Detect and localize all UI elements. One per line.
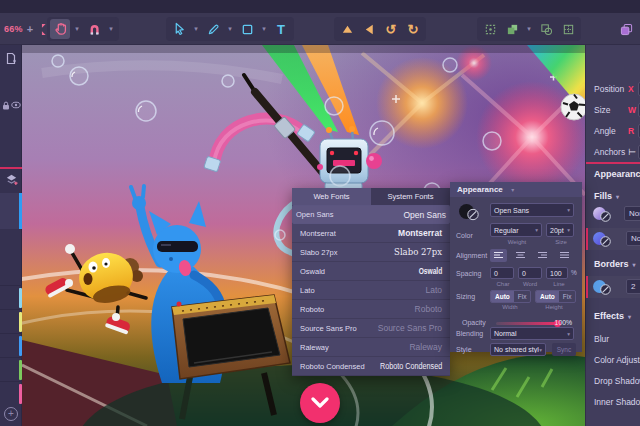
- align-justify-button[interactable]: [556, 249, 573, 262]
- font-option-open-sans[interactable]: Open Sans Open Sans: [292, 205, 450, 224]
- fill-row[interactable]: Normal: [586, 203, 640, 225]
- style-label: Style: [456, 346, 472, 353]
- add-item-button[interactable]: +: [4, 407, 18, 421]
- font-weight-select[interactable]: Regular ▾: [490, 223, 542, 237]
- borders-section-header[interactable]: Borders▾: [594, 259, 636, 269]
- border-color-swatch[interactable]: [592, 279, 612, 295]
- flip-horizontal-button[interactable]: [359, 19, 379, 39]
- selected-layer-row[interactable]: [0, 193, 22, 229]
- chevron-down-icon[interactable]: ▾: [191, 25, 201, 33]
- scroll-down-button[interactable]: [300, 383, 340, 423]
- fill-blend-select[interactable]: Normal: [626, 231, 640, 246]
- rotate-cw-button[interactable]: ↻: [403, 19, 423, 39]
- color-label: Color: [456, 232, 473, 239]
- char-spacing-input[interactable]: 0: [490, 267, 514, 279]
- align-right-button[interactable]: [534, 249, 551, 262]
- font-size-select[interactable]: 20pt ▾: [546, 223, 574, 237]
- chevron-down-icon[interactable]: ▾: [259, 25, 269, 33]
- chevron-down-icon[interactable]: ▾: [72, 25, 82, 33]
- style-select[interactable]: No shared styles ▾: [490, 343, 546, 356]
- word-spacing-input[interactable]: 0: [518, 267, 542, 279]
- height-auto-option[interactable]: Auto: [536, 291, 559, 302]
- rectangle-tool-button[interactable]: [237, 19, 257, 39]
- effects-section-header[interactable]: Effects▾: [594, 311, 631, 321]
- font-option-roboto[interactable]: Roboto Roboto: [292, 300, 450, 319]
- align-justify-icon: [559, 251, 570, 260]
- font-option-source-sans-pro[interactable]: Source Sans Pro Source Sans Pro: [292, 319, 450, 338]
- text-color-swatch[interactable]: [458, 203, 480, 223]
- font-option-oswald[interactable]: Oswald Oswald: [292, 262, 450, 281]
- effect-item-inner-shadow[interactable]: Inner Shadow: [586, 392, 640, 412]
- pen-tool-button[interactable]: [203, 19, 223, 39]
- transform-selection-button[interactable]: [480, 19, 500, 39]
- flip-horizontal-icon: [363, 23, 376, 36]
- text-appearance-popup: Appearance ▾ Color Open Sans ▾ Regular ▾…: [450, 182, 582, 352]
- chevron-down-icon[interactable]: ▾: [106, 25, 116, 33]
- zoom-in-button[interactable]: +: [27, 23, 33, 35]
- zoom-level[interactable]: 66%: [4, 24, 23, 34]
- height-fix-option[interactable]: Fix: [559, 291, 576, 302]
- width-auto-option[interactable]: Auto: [491, 291, 514, 302]
- chevron-down-icon: ▾: [535, 227, 538, 233]
- size-w-label: W: [628, 105, 636, 115]
- height-sizing-toggle[interactable]: Auto Fix: [535, 290, 576, 303]
- effect-item-drop-shadow[interactable]: Drop Shadow: [586, 371, 640, 391]
- flip-vertical-button[interactable]: [337, 19, 357, 39]
- fill-row-selected[interactable]: Normal: [586, 228, 640, 250]
- fill-blend-select[interactable]: Normal: [624, 206, 640, 221]
- angle-r-label: R: [628, 126, 634, 136]
- anchors-icon[interactable]: ⊢: [628, 147, 636, 157]
- anchors-row: Anchors ⊢: [586, 142, 640, 162]
- layer-row[interactable]: [0, 285, 22, 309]
- weight-sublabel: Weight: [502, 239, 532, 245]
- width-sizing-toggle[interactable]: Auto Fix: [490, 290, 531, 303]
- group-objects-button[interactable]: [502, 19, 522, 39]
- layer-row[interactable]: [0, 309, 22, 333]
- sync-style-button[interactable]: Sync: [552, 343, 576, 356]
- chevron-down-icon: ▾: [508, 186, 518, 193]
- opacity-slider[interactable]: [496, 322, 558, 325]
- appearance-popup-header[interactable]: Appearance ▾: [450, 182, 582, 197]
- duplicate-button[interactable]: [616, 19, 636, 39]
- select-tool-button[interactable]: [169, 19, 189, 39]
- rectangle-icon: [241, 23, 254, 36]
- border-width-input[interactable]: 2: [626, 279, 640, 294]
- layer-row[interactable]: [0, 333, 22, 357]
- font-option-raleway[interactable]: Raleway Raleway: [292, 338, 450, 357]
- effect-item-color-adjust[interactable]: Color Adjust: [586, 350, 640, 370]
- fill-color-swatch[interactable]: [592, 231, 612, 247]
- font-option-montserrat[interactable]: Montserrat Montserrat: [292, 224, 450, 243]
- text-tool-button[interactable]: T: [271, 19, 291, 39]
- align-center-button[interactable]: [512, 249, 529, 262]
- blending-select[interactable]: Normal ▾: [490, 327, 574, 340]
- border-row[interactable]: 2: [586, 276, 640, 298]
- font-option-roboto-condensed[interactable]: Roboto Condensed Roboto Condensed: [292, 357, 450, 376]
- tab-system-fonts[interactable]: System Fonts: [371, 188, 450, 205]
- width-fix-option[interactable]: Fix: [514, 291, 531, 302]
- line-spacing-input[interactable]: 100: [546, 267, 568, 279]
- chevron-down-icon[interactable]: ▾: [524, 25, 534, 33]
- char-sublabel: Char: [492, 281, 514, 287]
- add-page-button[interactable]: [0, 52, 22, 65]
- blending-label: Blending: [456, 330, 483, 337]
- opacity-value: 100%: [555, 319, 572, 326]
- chevron-down-icon[interactable]: ▾: [225, 25, 235, 33]
- font-family-select[interactable]: Open Sans ▾: [490, 203, 574, 217]
- hand-tool-button[interactable]: [50, 19, 70, 39]
- fill-color-swatch[interactable]: [592, 206, 612, 222]
- layer-row[interactable]: [0, 381, 22, 405]
- snap-magnet-button[interactable]: [84, 19, 104, 39]
- tab-web-fonts[interactable]: Web Fonts: [292, 188, 371, 205]
- font-option-lato[interactable]: Lato Lato: [292, 281, 450, 300]
- effect-item-blur[interactable]: Blur: [586, 329, 640, 349]
- font-option-slabo[interactable]: Slabo 27px Slabo 27px: [292, 243, 450, 262]
- align-left-button[interactable]: [490, 249, 507, 262]
- pathfinder-button[interactable]: [558, 19, 578, 39]
- layer-row[interactable]: [0, 357, 22, 381]
- add-layer-button[interactable]: [0, 173, 22, 186]
- boolean-union-button[interactable]: [536, 19, 556, 39]
- align-left-icon: [493, 251, 504, 260]
- chevron-down-icon: ▾: [633, 262, 636, 268]
- fills-section-header[interactable]: Fills▾: [594, 191, 619, 201]
- rotate-ccw-button[interactable]: ↺: [381, 19, 401, 39]
